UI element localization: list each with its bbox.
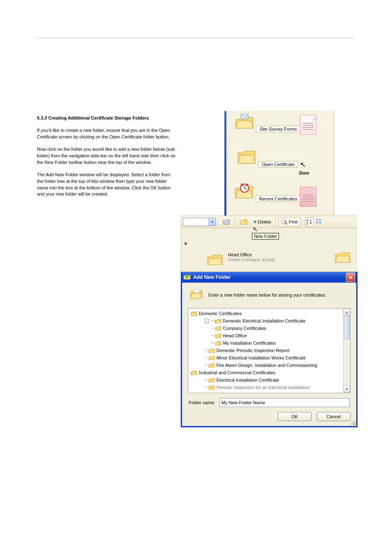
clock-folder-icon	[234, 183, 254, 200]
folder-icon	[236, 149, 257, 165]
svg-rect-10	[316, 219, 318, 221]
tooltip-new-folder: New Folder	[252, 233, 279, 240]
cursor-icon: ↖	[253, 226, 258, 233]
scroll-up-icon[interactable]: ▲	[344, 309, 350, 316]
tree-node[interactable]: Domestic Certificates	[190, 310, 348, 317]
tree-node[interactable]: ⋯Domestic Periodic Inspection Report	[190, 347, 348, 354]
scroll-down-icon[interactable]: ▼	[344, 385, 350, 393]
scroll-thumb[interactable]	[344, 316, 350, 340]
tree-node[interactable]: ⋯Minor Electrical Installation Works Cer…	[190, 354, 348, 362]
page-header-rule	[37, 0, 355, 38]
sort-button[interactable]: AZ	[305, 217, 314, 226]
screenshot-toolbar-panel: ▼ ✕ Delete Find	[181, 216, 357, 272]
screenshot-nav-panel: Site Survey Forms Open Certificate Recen…	[181, 111, 357, 216]
svg-rect-1	[242, 113, 247, 116]
toolbar: ▼ ✕ Delete Find	[181, 216, 357, 228]
delete-x-icon: ✕	[253, 219, 257, 225]
section-heading: 5.3.3 Creating Additional Certificate St…	[37, 115, 177, 122]
grid-icon	[316, 219, 322, 225]
folder-name-label: Folder name:	[189, 400, 215, 405]
delete-button[interactable]: ✕ Delete	[251, 217, 274, 226]
svg-text:Z: Z	[306, 222, 308, 225]
cancel-button[interactable]: Cancel	[317, 412, 350, 421]
delete-label: Delete	[258, 219, 271, 224]
dialog-title-text: Add New Folder	[193, 274, 231, 280]
svg-point-4	[246, 184, 248, 186]
doc-thumbnail	[300, 115, 316, 135]
nav-label: Site Survey Forms	[256, 126, 300, 132]
find-icon	[281, 219, 288, 225]
svg-point-5	[244, 219, 247, 221]
nav-button-open-certificate[interactable]: Open Certificate	[231, 147, 303, 168]
path-combo[interactable]: ▼	[183, 218, 216, 226]
add-new-folder-dialog: Add New Folder ✕ Enter a new folder name…	[181, 272, 357, 427]
resize-grip-icon[interactable]	[350, 420, 355, 425]
tree-node[interactable]: ⋯My Installation Certificates	[190, 339, 348, 347]
tree-node[interactable]: -⋯Domestic Electrical Installation Certi…	[190, 317, 348, 325]
folder-name-row: Folder name:	[182, 396, 356, 410]
tree-node[interactable]: ⋯Fire Alarm Design, Installation and Com…	[190, 362, 348, 369]
folder-subtitle: Folder Contains: Empty	[206, 257, 354, 262]
scrollbar[interactable]: ▲ ▼	[343, 309, 350, 393]
new-folder-button[interactable]	[238, 217, 250, 226]
find-label: Find	[289, 219, 297, 224]
svg-rect-12	[316, 222, 318, 223]
instruction-para: The Add New Folder window will be displa…	[37, 172, 177, 198]
folder-icon	[334, 250, 352, 264]
dialog-title-folder-icon	[183, 274, 191, 281]
folder-row[interactable]: Head Office Folder Contains: Empty	[206, 252, 354, 266]
dialog-titlebar[interactable]: Add New Folder ✕	[182, 272, 356, 283]
doc-label-fragment: Dom	[299, 170, 309, 175]
instruction-para: Now click on the folder you would like t…	[37, 146, 177, 166]
cursor-icon: ↖	[300, 160, 306, 169]
dialog-button-row: OK Cancel	[182, 410, 356, 426]
folder-tree[interactable]: Domestic Certificates-⋯Domestic Electric…	[188, 308, 350, 393]
tree-node[interactable]: ⋯Head Office	[190, 332, 348, 339]
tree-node[interactable]: ⋯Company Certificates	[190, 325, 348, 332]
open-folder-icon	[189, 288, 203, 302]
cropped-text: e	[181, 241, 187, 247]
tree-node[interactable]: ⋯Electrical Installation Certificate	[190, 376, 348, 384]
folder-title: Head Office	[206, 252, 354, 257]
nav-label: Open Certificate	[258, 161, 298, 168]
sort-icon: AZ	[306, 218, 313, 226]
svg-point-3	[241, 184, 243, 186]
instruction-para: If you'd like to create a new folder, en…	[37, 127, 177, 140]
chevron-down-icon: ▼	[209, 218, 215, 226]
nav-button-site-survey[interactable]: Site Survey Forms	[231, 112, 303, 132]
instruction-column: 5.3.3 Creating Additional Certificate St…	[37, 115, 177, 203]
svg-rect-14	[194, 289, 199, 293]
tree-node[interactable]: Industrial and Commercial Certificates	[190, 369, 348, 376]
ok-button[interactable]: OK	[278, 412, 311, 421]
dialog-hint-row: Enter a new folder name below for storin…	[182, 283, 356, 306]
doc-thumbnail	[300, 187, 316, 207]
folder-new-icon	[240, 219, 247, 225]
tree-node[interactable]: ⋯Periodic Inspection for an Electrical I…	[190, 384, 348, 391]
close-button[interactable]: ✕	[346, 273, 355, 282]
svg-rect-13	[319, 222, 321, 223]
view-grid-button[interactable]	[315, 217, 323, 226]
folder-icon	[206, 252, 224, 266]
find-button[interactable]: Find	[279, 217, 300, 226]
dialog-hint-text: Enter a new folder name below for storin…	[208, 292, 326, 297]
close-icon: ✕	[348, 274, 353, 281]
folder-grey-icon	[223, 219, 230, 225]
svg-rect-11	[319, 219, 321, 221]
folder-name-input[interactable]	[219, 398, 350, 407]
up-folder-button[interactable]	[220, 217, 233, 226]
nav-label: Recent Certificates	[256, 196, 301, 202]
nav-stripe	[224, 111, 226, 216]
printer-folder-icon	[234, 113, 255, 130]
nav-button-recent-certificates[interactable]: Recent Certificates	[231, 182, 303, 202]
